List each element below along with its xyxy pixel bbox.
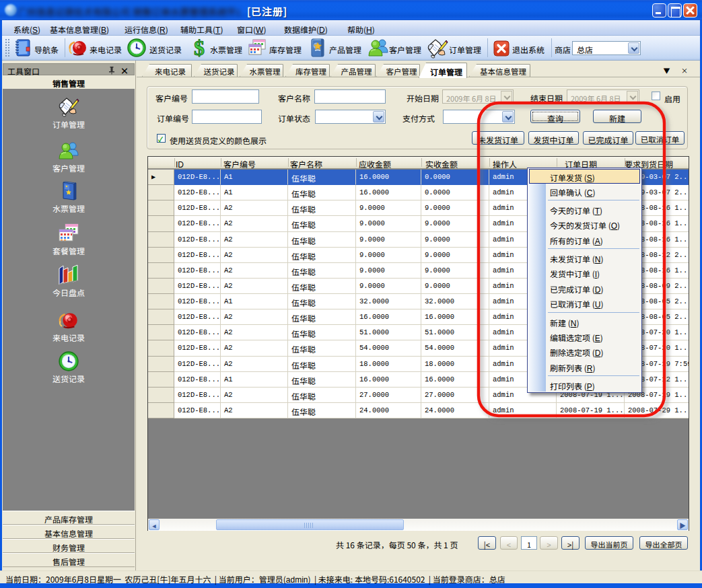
- svg-text:$: $: [194, 37, 205, 59]
